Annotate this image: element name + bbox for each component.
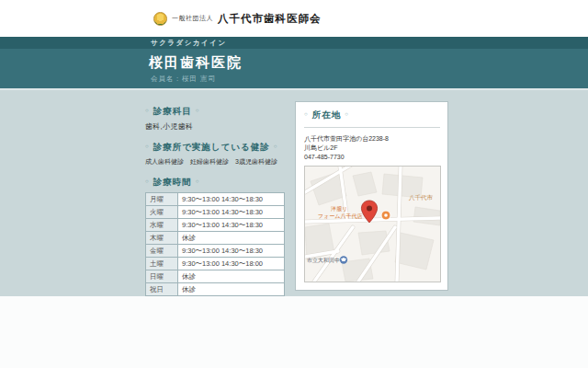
section-title-departments: 診療科目 [145,106,288,118]
schedule-row: 金曜9:30〜13:00 14:30〜18:30 [146,245,285,258]
time-cell: 休診 [178,232,285,245]
day-cell: 日曜 [146,270,178,283]
clinic-header-band: 桜田歯科医院 会員名：桜田 憲司 [0,49,588,88]
schedule-row: 水曜9:30〜13:00 14:30〜18:30 [146,219,285,232]
schedule-row: 火曜9:30〜13:00 14:30〜18:30 [146,206,285,219]
org-prefix-label: 一般社団法人 [172,14,213,23]
time-cell: 休診 [178,283,285,296]
day-cell: 火曜 [146,206,178,219]
day-cell: 木曜 [146,232,178,245]
time-cell: 9:30〜13:00 14:30〜18:30 [178,219,285,232]
address-line1: 八千代市萱田字池の台2238-8 [304,134,440,144]
departments-value: 歯科,小児歯科 [145,121,288,132]
address-block: 八千代市萱田字池の台2238-8 川島ビル2F 047-485-7730 [304,134,440,162]
schedule-row: 土曜9:30〜13:00 14:30〜18:00 [146,258,285,270]
phone-number: 047-485-7730 [304,153,440,162]
schedule-row: 木曜休診 [146,232,285,245]
time-cell: 9:30〜13:00 14:30〜18:30 [178,193,285,206]
school-icon [340,257,347,264]
address-line2: 川島ビル2F [304,144,440,153]
time-cell: 9:30〜13:00 14:30〜18:30 [178,245,285,258]
association-logo-icon [153,12,167,26]
time-cell: 9:30〜13:00 14:30〜18:30 [178,206,285,219]
clinic-info-column: 診療科目 歯科,小児歯科 診療所で実施している健診 成人歯科健診 妊婦歯科健診 … [145,101,288,316]
footer-area [0,296,588,368]
member-name-label: 会員名：桜田 憲司 [151,75,588,84]
section-title-checkups: 診療所で実施している健診 [145,142,288,154]
school-label: 市立大和田中 [307,257,340,264]
schedule-row: 月曜9:30〜13:00 14:30〜18:30 [146,193,285,206]
schedule-table: 月曜9:30〜13:00 14:30〜18:30火曜9:30〜13:00 14:… [145,192,285,296]
content-area: 診療科目 歯科,小児歯科 診療所で実施している健診 成人歯科健診 妊婦歯科健診 … [0,88,588,296]
schedule-row: 日曜休診 [146,270,285,283]
city-label: 八千代市 [409,194,434,201]
map-canvas: 洋服リ フォーム八千代店 八千代市 市立大和田中 [305,167,440,282]
day-cell: 月曜 [146,193,178,206]
section-title-location: 所在地 [304,109,440,128]
day-cell: 土曜 [146,258,178,270]
day-cell: 水曜 [146,219,178,232]
day-cell: 祝日 [146,283,178,296]
clinic-reading-band: サクラダシカイイン [0,37,588,49]
poi-label-line2: フォーム八千代店 [318,213,362,220]
clinic-reading-label: サクラダシカイイン [151,37,588,49]
association-home-link[interactable]: 一般社団法人 八千代市歯科医師会 [153,0,322,37]
day-cell: 金曜 [146,245,178,258]
org-name-label: 八千代市歯科医師会 [218,12,322,26]
schedule-table-body: 月曜9:30〜13:00 14:30〜18:30火曜9:30〜13:00 14:… [146,193,285,296]
schedule-row: 祝日休診 [146,283,285,296]
map-widget[interactable]: 洋服リ フォーム八千代店 八千代市 市立大和田中 [304,166,441,282]
poi-label-line1: 洋服リ [331,206,347,213]
time-cell: 休診 [178,270,285,283]
section-title-hours: 診療時間 [145,177,288,189]
page-title: 桜田歯科医院 [149,49,588,72]
top-bar: 一般社団法人 八千代市歯科医師会 [0,0,588,37]
time-cell: 9:30〜13:00 14:30〜18:00 [178,258,285,270]
shop-poi-icon[interactable] [381,211,390,220]
checkups-value: 成人歯科健診 妊婦歯科健診 3歳児歯科健診 [145,157,288,167]
location-box: 所在地 八千代市萱田字池の台2238-8 川島ビル2F 047-485-7730 [295,101,448,291]
